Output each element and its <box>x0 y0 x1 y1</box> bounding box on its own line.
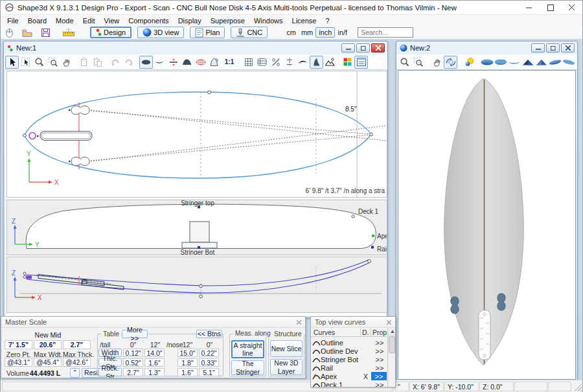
menu-components[interactable]: Components <box>124 16 173 25</box>
properties-panel-icon[interactable] <box>354 56 368 69</box>
width-value[interactable]: 20.6" <box>34 340 62 349</box>
paste-icon[interactable] <box>91 56 104 69</box>
open-folder-icon[interactable] <box>20 26 34 39</box>
table-cell[interactable]: 5.1" <box>199 368 219 376</box>
cnc-button[interactable]: CNC <box>231 27 268 38</box>
new2-title-bar[interactable]: New:2 <box>396 41 577 54</box>
rock-str-row-button[interactable]: Rock. Str <box>98 368 122 376</box>
pan-hand-icon[interactable] <box>430 56 444 69</box>
prop-button[interactable]: >> <box>373 356 386 363</box>
save-icon[interactable] <box>38 26 52 39</box>
zero-pt-value[interactable]: @43.1" <box>5 358 32 367</box>
curve-row-deck1[interactable]: Deck 1 >> <box>311 380 387 387</box>
master-scale-close-icon[interactable] <box>295 318 303 327</box>
btns-button[interactable]: << Btns <box>196 330 222 338</box>
menu-mode[interactable]: Mode <box>51 16 78 25</box>
curvature-icon[interactable] <box>296 56 310 69</box>
new1-title-bar[interactable]: New:1 <box>4 41 387 54</box>
maximize-button[interactable] <box>540 1 561 14</box>
volume-unit-button[interactable]: " <box>70 368 80 378</box>
menu-view[interactable]: View <box>100 16 124 25</box>
new2-minimize-button[interactable] <box>531 43 545 52</box>
curve-row-rail[interactable]: Rail >> <box>311 363 387 372</box>
slice-view-icon[interactable] <box>180 56 194 69</box>
bottom-view-icon[interactable] <box>494 56 507 69</box>
prop-button[interactable]: >> <box>373 347 386 355</box>
select-box-icon[interactable] <box>19 56 32 69</box>
table-cell[interactable]: 15.0" <box>177 349 198 357</box>
search-input[interactable] <box>358 27 413 38</box>
thickness-value[interactable]: 2.7" <box>63 340 91 349</box>
back-view-icon[interactable] <box>534 56 548 69</box>
menu-board[interactable]: Board <box>23 16 51 25</box>
plan-button[interactable]: Plan <box>190 27 225 38</box>
guidelines-icon[interactable] <box>255 56 269 69</box>
curves-panel-close-icon[interactable] <box>385 318 393 327</box>
rocker-view[interactable]: Z X <box>6 257 387 313</box>
fin-icon[interactable] <box>310 56 323 69</box>
new2-client[interactable] <box>398 70 576 380</box>
zoom-icon[interactable] <box>32 56 46 69</box>
rotate-icon[interactable] <box>444 56 457 69</box>
redo-icon[interactable] <box>122 56 135 69</box>
menu-display[interactable]: Display <box>174 16 206 25</box>
top-view-icon[interactable] <box>480 56 494 69</box>
new2-close-button[interactable] <box>561 43 575 52</box>
front-view-icon[interactable] <box>521 56 534 69</box>
table-cell[interactable]: 1.3" <box>144 368 165 376</box>
table-cell[interactable]: 0.22" <box>199 349 219 357</box>
prop-button[interactable]: >> <box>373 364 386 372</box>
unit-inf[interactable]: in/f <box>335 27 350 38</box>
centerline-icon[interactable] <box>282 56 296 69</box>
table-cell[interactable]: 0.12" <box>123 349 143 357</box>
curves-panel-title[interactable]: Top view curves <box>311 317 395 328</box>
rocker-view-icon[interactable] <box>153 56 166 69</box>
curve-row-outline[interactable]: Outline >> <box>311 338 387 347</box>
perspective-left-icon[interactable] <box>548 56 562 69</box>
straight-line-button[interactable]: A straight line <box>231 340 264 358</box>
scale-1-1-label[interactable]: 1:1 <box>221 56 238 69</box>
light-icon[interactable] <box>463 56 476 69</box>
side-view-icon[interactable] <box>507 56 521 69</box>
proportions-icon[interactable] <box>269 56 282 69</box>
menu-file[interactable]: File <box>3 16 23 25</box>
thickness-view-icon[interactable] <box>166 56 180 69</box>
curve-row-apex[interactable]: Apex X >> <box>311 372 387 380</box>
more-button[interactable]: More >> <box>122 330 148 338</box>
pan-hand-icon[interactable] <box>60 56 73 69</box>
curve-row-outline-dev[interactable]: Outline Dev >> <box>311 347 387 355</box>
combined-view-icon[interactable] <box>194 56 207 69</box>
prop-button-selected[interactable]: >> <box>371 372 387 380</box>
outline-view[interactable]: 8.5" Y X 6' 9.8" /t 3.7" /n along a stra <box>6 71 387 198</box>
curve-row-stringer-bot[interactable]: Stringer Bot >> <box>311 355 387 363</box>
color-layers-icon[interactable] <box>341 56 354 69</box>
perspective-right-icon[interactable] <box>562 56 575 69</box>
slice-view[interactable]: Stringer top Deck 1 Apex Rail Stringer B… <box>6 200 387 255</box>
table-cell[interactable]: 1.6" <box>144 358 165 367</box>
max-wdt-value[interactable]: @45.4" <box>34 358 62 367</box>
scroll-thumb[interactable] <box>389 336 395 353</box>
new-slice-button[interactable]: New Slice <box>270 340 303 357</box>
new1-restore-button[interactable] <box>356 43 370 52</box>
table-cell[interactable]: 14.0" <box>144 349 165 357</box>
menu-license[interactable]: License <box>288 16 321 25</box>
minimize-button[interactable] <box>518 1 540 14</box>
unit-mm[interactable]: mm <box>299 27 315 38</box>
grid-icon[interactable] <box>242 56 255 69</box>
table-cell[interactable]: 1.8" <box>177 358 198 367</box>
resize-grip[interactable] <box>574 384 582 391</box>
unit-cm[interactable]: cm <box>284 27 299 38</box>
menu-windows[interactable]: Windows <box>249 16 288 25</box>
mouse-tool-icon[interactable] <box>2 26 16 39</box>
curves-scrollbar[interactable] <box>387 328 396 387</box>
select-arrow-icon[interactable] <box>5 56 19 69</box>
outline-view-icon[interactable] <box>139 56 153 69</box>
unit-inch[interactable]: inch <box>315 27 335 38</box>
copy-icon[interactable] <box>77 56 91 69</box>
new1-minimize-button[interactable] <box>341 43 355 52</box>
3d-view-button[interactable]: 3D view <box>137 27 184 38</box>
new-3d-layer-button[interactable]: New 3D Layer <box>270 359 303 375</box>
design-button[interactable]: Design <box>90 27 131 38</box>
master-scale-title[interactable]: Master Scale <box>1 317 305 328</box>
dome-3d-icon[interactable] <box>207 56 221 69</box>
